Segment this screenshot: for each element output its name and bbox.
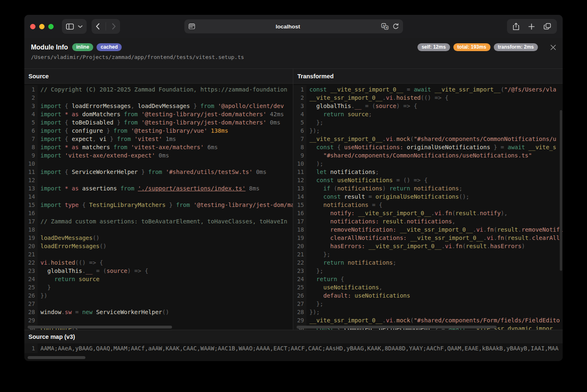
code-line: 24 return {: [293, 275, 563, 283]
code-token: .: [393, 136, 396, 142]
line-number: 28: [293, 308, 306, 316]
code-token: hasErrors:: [309, 243, 368, 249]
code-line: 13 if (notifications) return notificatio…: [293, 184, 563, 192]
line-number: 2: [24, 94, 38, 102]
transformed-code: 1const __vite_ssr_import_0__ = await __v…: [293, 84, 563, 330]
code-token: vi: [386, 94, 393, 101]
source-hscrollbar[interactable]: [28, 326, 172, 329]
code-token: vi: [434, 210, 441, 216]
code-line: 5 };: [293, 118, 563, 127]
code-line: 28});: [293, 308, 563, 316]
code-token: .: [403, 218, 407, 225]
code-token: }: [103, 127, 113, 134]
close-icon[interactable]: [550, 45, 556, 50]
code-token: fn: [445, 210, 452, 216]
transformed-vscrollbar[interactable]: [560, 110, 562, 271]
code-token: }: [113, 119, 124, 126]
code-token: globalThis: [40, 268, 82, 274]
forward-button[interactable]: [112, 23, 116, 30]
code-token: notify:: [309, 210, 358, 216]
code-line: 9 "#shared/components/CommonNotification…: [293, 151, 563, 160]
code-line: 4import * as domMatchers from '@testing-…: [24, 110, 293, 118]
line-number: 16: [24, 209, 38, 217]
code-token: fn: [487, 226, 494, 233]
code-token: useNotifications: [337, 177, 393, 183]
code-token: notify: [480, 210, 501, 216]
svg-text:✦: ✦: [385, 26, 388, 30]
code-line: 17// Zammad custom assertions: toBeAvata…: [24, 217, 293, 225]
code-token: hasErrors: [490, 243, 521, 249]
code-token: notifications: [337, 185, 382, 192]
code-text: import { configure } from '@testing-libr…: [38, 127, 228, 135]
traffic-light-minimize[interactable]: [39, 24, 45, 29]
code-token: return: [309, 259, 348, 266]
back-button[interactable]: [96, 23, 100, 30]
code-token: {: [82, 202, 89, 208]
code-token: result: [507, 235, 528, 241]
code-line: 18: [24, 225, 293, 234]
code-token: .: [483, 226, 486, 233]
code-text: const __vite_ssr_import_0__ = await __vi…: [306, 85, 556, 94]
code-token: vi: [99, 136, 106, 142]
sourcemap-hscrollbar[interactable]: [28, 356, 85, 359]
code-text: [38, 316, 40, 324]
line-number: 20: [24, 242, 38, 250]
status-badge: cached: [97, 43, 122, 51]
code-text: notifications = {: [306, 201, 382, 209]
code-text: // Zammad custom assertions: toBeAvatarE…: [38, 217, 287, 225]
code-line: 21: [24, 250, 293, 258]
line-number: 13: [293, 184, 306, 192]
code-token: 1ms: [165, 136, 176, 142]
line-number: 24: [293, 275, 306, 283]
code-line: 25 useNotifications,: [293, 283, 563, 291]
code-token: = {: [368, 202, 382, 208]
share-icon[interactable]: [513, 23, 519, 31]
new-tab-icon[interactable]: [528, 23, 535, 30]
line-number: 11: [24, 168, 38, 176]
code-token: ;: [368, 111, 372, 117]
transformed-hscrollbar[interactable]: [297, 326, 497, 329]
code-text: import { ServiceWorkerHelper } from '#sh…: [38, 168, 266, 176]
traffic-light-close[interactable]: [30, 24, 35, 29]
file-link[interactable]: './support/assertions/index.ts': [138, 185, 245, 192]
code-token: notifications:: [309, 218, 382, 225]
code-token: "#shared/components/CommonNotifications/…: [309, 152, 532, 159]
code-text: if (notifications) return notifications;: [306, 184, 462, 192]
code-text: });: [306, 127, 320, 135]
line-number: 27: [24, 300, 38, 308]
line-number: 8: [293, 143, 306, 151]
reload-icon[interactable]: [393, 23, 399, 30]
code-token: const: [309, 177, 337, 183]
traffic-light-zoom[interactable]: [48, 24, 54, 29]
code-line: 3import { loadErrorMessages, loadDevMess…: [24, 102, 293, 110]
page-format-icon[interactable]: [189, 23, 195, 29]
code-token: =: [72, 309, 82, 315]
code-token: source: [375, 103, 396, 109]
line-number: 11: [293, 168, 306, 176]
line-number: 22: [293, 258, 306, 267]
code-token: mock: [396, 317, 410, 324]
code-token: originalUseNotifications: [407, 144, 490, 150]
code-token: import: [40, 136, 65, 142]
code-token: from: [124, 119, 141, 126]
code-line: 12: [24, 176, 293, 184]
line-number: 3: [24, 102, 38, 110]
sidebar-toggle-button[interactable]: [62, 19, 87, 34]
code-token: 0ms: [256, 169, 266, 175]
line-number: 14: [293, 192, 306, 201]
code-text: notifications: result.notifications,: [306, 217, 455, 225]
code-token: matchers: [82, 144, 113, 150]
code-token: ServiceWorkerHelper: [72, 169, 138, 175]
translate-icon[interactable]: A ✦: [381, 23, 389, 30]
line-number: 29: [293, 316, 306, 324]
tab-overview-icon[interactable]: [544, 23, 551, 30]
code-token: };: [309, 251, 330, 258]
code-text: "#shared/components/CommonNotifications/…: [306, 151, 532, 160]
address-bar[interactable]: localhost A ✦: [184, 19, 403, 33]
code-token: removeNotification:: [309, 226, 400, 233]
code-token: .: [351, 103, 354, 109]
code-token: .: [441, 210, 445, 216]
code-text: [38, 94, 40, 102]
code-line: 19 clearAllNotifications: __vite_ssr_imp…: [293, 234, 563, 242]
code-token: originalUseNotifications: [375, 193, 459, 200]
